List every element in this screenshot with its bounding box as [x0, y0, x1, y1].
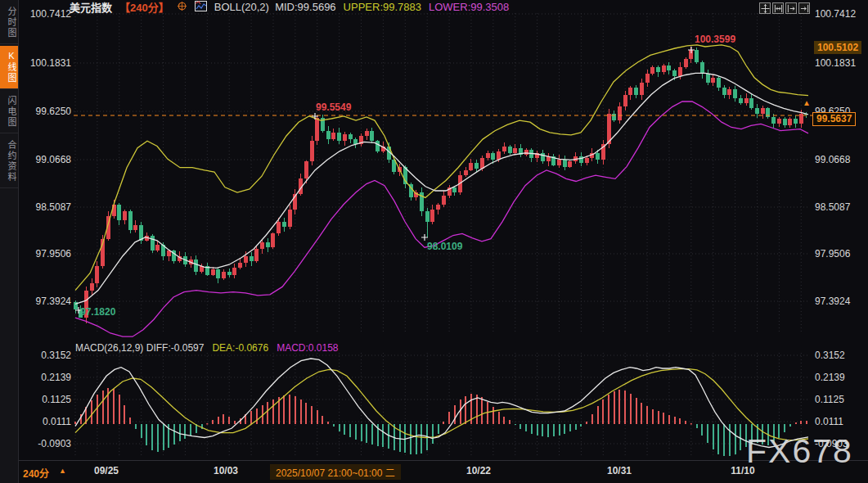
period-dropdown-icon[interactable]: ▲: [59, 467, 66, 475]
macd-params: MACD(26,12,9): [75, 342, 143, 354]
macd-title: MACD(26,12,9) DIFF:-0.0597: [75, 342, 204, 354]
y-axis-tick-left: 100.1831: [20, 57, 71, 69]
axis-scale-button[interactable]: [772, 2, 784, 14]
macd-diff-value: DIFF:-0.0597: [146, 342, 205, 354]
y-axis-tick-left: 0.1125: [20, 394, 71, 405]
sidebar-tab-contract-info[interactable]: 合约资料: [0, 135, 18, 188]
sidebar-tab-label: 合约资料: [7, 140, 16, 183]
sidebar-tab-label: 闪电图: [7, 96, 16, 128]
sidebar-tab-time-chart[interactable]: 分时图: [0, 2, 18, 44]
symbol-title: 美元指数: [70, 0, 112, 15]
alert-arrow-icon[interactable]: ▲: [803, 98, 811, 107]
axis-pan-button[interactable]: [785, 2, 797, 14]
y-axis-tick-left: 99.6250: [20, 106, 71, 117]
x-axis-date-label: 10/31: [607, 465, 632, 476]
y-axis-tick-right: 97.3924: [815, 296, 867, 307]
x-axis-date-label: 10/22: [466, 465, 491, 476]
y-axis-tick-right: 100.1831: [815, 57, 867, 69]
period-label[interactable]: 【240分】: [119, 0, 169, 15]
y-axis-tick-left: 0.3152: [20, 350, 71, 361]
indicator-chart-icon[interactable]: [195, 1, 207, 14]
macd-hist-value: MACD:0.0158: [277, 342, 338, 354]
macd-header: MACD(26,12,9) DIFF:-0.0597 DEA:-0.0676 M…: [75, 342, 339, 354]
y-axis-tick-left: 97.3924: [20, 296, 71, 307]
boll-upper-value: UPPER:99.7883: [344, 1, 421, 13]
macd-dea-value: DEA:-0.0676: [212, 342, 268, 354]
y-axis-tick-right: 98.5087: [815, 201, 867, 213]
price-annotation: 97.1820: [80, 306, 115, 318]
y-axis-tick-right: 0.2139: [815, 372, 867, 383]
y-axis-tick-left: 100.7412: [20, 8, 71, 20]
y-axis-tick-left: 99.0668: [20, 154, 71, 165]
sidebar: 分时图 K线图 闪电图 合约资料: [0, 0, 19, 483]
y-axis-tick-left: 97.9506: [20, 248, 71, 260]
y-axis-tick-right: 0.0111: [815, 416, 867, 427]
y-axis-tick-right: 99.0668: [815, 154, 867, 165]
boll-indicator-label: BOLL(20,2) MID:99.5696: [214, 1, 336, 13]
y-axis-tick-right: 0.3152: [815, 350, 867, 361]
period-selector[interactable]: 240分: [23, 466, 49, 480]
sidebar-tab-kline-chart[interactable]: K线图: [0, 46, 18, 89]
y-axis-tick-right: -0.0903: [815, 438, 867, 449]
x-axis-date-label: 10/03: [214, 465, 238, 476]
chart-toolbar: [759, 2, 810, 14]
last-price-box: 99.5637: [812, 112, 856, 126]
sidebar-tab-label: 分时图: [7, 7, 16, 38]
price-annotation: 100.3599: [695, 34, 735, 45]
sidebar-tab-lightning-chart[interactable]: 闪电图: [0, 91, 18, 133]
y-axis-tick-left: 98.5087: [20, 201, 71, 213]
y-axis-tick-left: -0.0903: [20, 438, 71, 449]
y-axis-tick-left: 0.2139: [20, 372, 71, 383]
price-annotation: 98.0109: [427, 241, 462, 252]
y-axis-tick-right: 100.7412: [815, 8, 867, 20]
boll-lower-value: LOWER:99.3508: [429, 1, 509, 13]
y-axis-tick-right: 97.9506: [815, 248, 867, 260]
boll-params: BOLL(20,2): [214, 1, 269, 13]
price-annotation: 99.5549: [316, 102, 351, 113]
go-to-latest-button[interactable]: [798, 2, 810, 14]
time-tooltip: 2025/10/07 21:00~01:00 二: [270, 464, 401, 480]
chart-header: 美元指数 【240分】 BOLL(20,2) MID:99.5696 UPPER…: [70, 1, 509, 13]
y-axis-tick-left: 0.0111: [20, 416, 71, 427]
sidebar-tab-label: K线图: [7, 51, 16, 84]
y-axis-tick-right: 0.1125: [815, 394, 867, 405]
x-axis-date-label: 09/25: [94, 465, 119, 476]
boll-mid-value: MID:99.5696: [275, 1, 335, 13]
x-axis-date-label: 11/10: [731, 465, 754, 476]
trading-chart-app: 分时图 K线图 闪电图 合约资料 美元指数 【240分】 BOLL(20,2) …: [0, 0, 868, 483]
alert-price-label: 100.5102: [814, 41, 861, 54]
target-circle-icon[interactable]: [177, 1, 187, 14]
crosshair-tool-button[interactable]: [759, 2, 771, 14]
